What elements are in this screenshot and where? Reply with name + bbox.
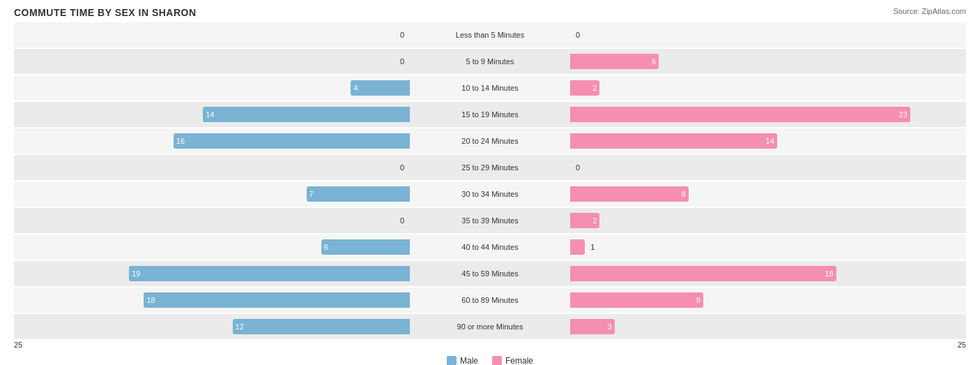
female-bar [570,239,585,255]
female-bar: 14 [570,133,777,149]
row-label: Less than 5 Minutes [456,31,524,39]
chart-row: 142315 to 19 Minutes [14,102,966,127]
row-label: 60 to 89 Minutes [461,296,518,304]
male-bar: 14 [203,107,410,122]
male-value-inside: 16 [174,137,185,145]
row-label: 25 to 29 Minutes [461,163,518,172]
female-bar: 18 [570,266,836,281]
axis-labels: 25 25 [14,341,966,350]
female-bar: 23 [570,107,910,122]
female-bar: 2 [570,80,599,96]
male-bar: 6 [321,239,410,255]
male-value-zero: 0 [400,31,407,39]
row-label: 20 to 24 Minutes [461,137,518,145]
female-value-inside: 2 [592,84,599,92]
row-label: 90 or more Minutes [457,322,523,331]
chart-row: 161420 to 24 Minutes [14,128,966,154]
chart-row: 065 to 9 Minutes [14,49,966,74]
male-value-inside: 7 [307,190,314,198]
row-label: 10 to 14 Minutes [461,84,518,92]
row-label: 45 to 59 Minutes [461,269,518,278]
male-value-zero: 0 [400,163,407,172]
female-value-outside: 1 [588,243,595,251]
legend-male-box [447,356,457,365]
male-value-inside: 18 [144,296,155,304]
chart-row: 0025 to 29 Minutes [14,155,966,180]
male-value-inside: 14 [203,110,214,119]
male-bar: 12 [233,319,410,334]
male-bar: 4 [351,80,410,96]
female-bar: 8 [570,186,689,202]
row-label: 15 to 19 Minutes [461,110,518,119]
axis-left: 25 [14,341,22,349]
chart-area: 00Less than 5 Minutes065 to 9 Minutes421… [14,22,966,339]
chart-row: 1640 to 44 Minutes [14,234,966,260]
legend-male: Male [447,356,478,365]
male-value-inside: 19 [129,269,140,278]
female-value-inside: 23 [898,110,910,119]
male-value-inside: 6 [321,243,328,251]
chart-container: COMMUTE TIME BY SEX IN SHARON Source: Zi… [0,0,980,365]
female-value-inside: 18 [825,269,836,278]
female-bar: 6 [570,54,659,69]
legend: Male Female [14,356,966,365]
row-label: 40 to 44 Minutes [461,243,518,251]
axis-right: 25 [958,341,966,349]
male-value-inside: 12 [233,322,244,331]
chart-row: 191845 to 59 Minutes [14,261,966,286]
legend-female-box [492,356,502,365]
row-label: 5 to 9 Minutes [466,57,514,66]
chart-row: 4210 to 14 Minutes [14,75,966,100]
chart-row: 7830 to 34 Minutes [14,181,966,207]
male-bar: 18 [144,292,410,308]
row-label: 35 to 39 Minutes [461,216,518,225]
male-bar: 19 [129,266,410,281]
source-text: Source: ZipAtlas.com [893,7,966,15]
row-label: 30 to 34 Minutes [461,190,518,198]
female-value-inside: 3 [607,322,614,331]
male-value-inside: 4 [351,84,358,92]
chart-row: 18960 to 89 Minutes [14,288,966,313]
female-value-zero: 0 [573,163,580,172]
female-value-inside: 8 [681,190,688,198]
female-bar: 2 [570,213,599,228]
female-bar: 9 [570,292,703,308]
legend-female-label: Female [505,356,533,365]
male-value-zero: 0 [400,216,407,225]
female-value-inside: 9 [696,296,703,304]
chart-row: 12390 or more Minutes [14,314,966,339]
female-value-inside: 6 [652,57,659,66]
female-bar: 3 [570,319,615,334]
male-bar: 16 [174,133,410,149]
female-value-zero: 0 [573,31,580,39]
legend-male-label: Male [460,356,478,365]
female-value-inside: 14 [766,137,777,145]
chart-row: 00Less than 5 Minutes [14,22,966,47]
male-bar: 7 [307,186,410,202]
legend-female: Female [492,356,533,365]
female-value-inside: 2 [592,216,599,225]
chart-row: 0235 to 39 Minutes [14,208,966,233]
chart-title: COMMUTE TIME BY SEX IN SHARON [14,7,966,18]
male-value-zero: 0 [400,57,407,66]
